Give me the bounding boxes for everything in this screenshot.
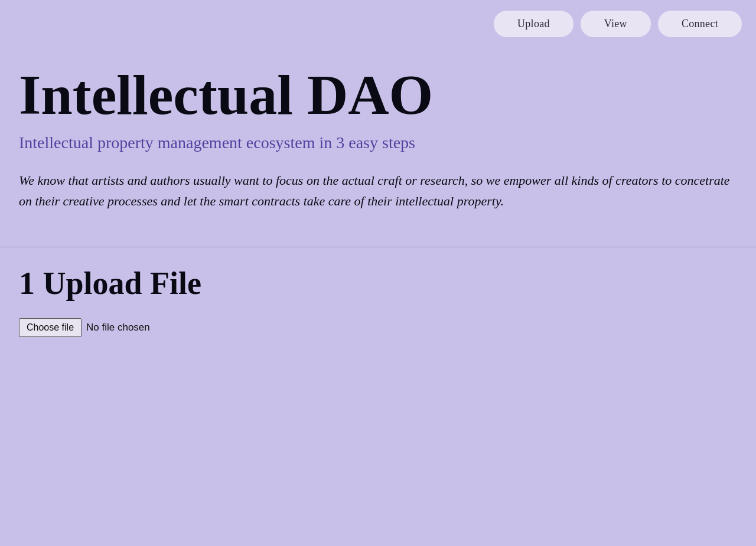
navbar: Upload View Connect xyxy=(0,0,756,48)
view-nav-button[interactable]: View xyxy=(581,11,651,37)
upload-section-title: 1 Upload File xyxy=(19,265,737,302)
choose-file-button[interactable]: Choose file xyxy=(19,318,82,337)
upload-section: 1 Upload File Choose file No file chosen xyxy=(0,247,756,355)
hero-description: We know that artists and authors usually… xyxy=(19,170,737,211)
upload-nav-button[interactable]: Upload xyxy=(494,11,573,37)
hero-section: Intellectual DAO Intellectual property m… xyxy=(0,48,756,247)
connect-nav-button[interactable]: Connect xyxy=(658,11,742,37)
page-title: Intellectual DAO xyxy=(19,66,737,125)
hero-subtitle: Intellectual property management ecosyst… xyxy=(19,133,737,152)
file-input-wrapper: Choose file No file chosen xyxy=(19,318,737,337)
no-file-label: No file chosen xyxy=(86,322,150,334)
